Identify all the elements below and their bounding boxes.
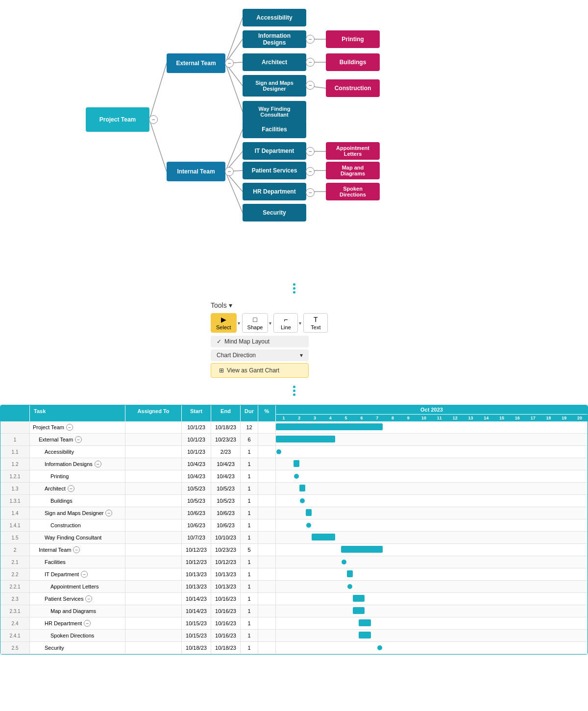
dur-cell: 1: [241, 642, 258, 654]
row-number: 2.4.1: [0, 630, 30, 641]
gantt-day-16: 16: [510, 415, 525, 421]
bar-container: [306, 509, 312, 516]
bar-container: [312, 533, 335, 541]
gantt-bar: [312, 534, 335, 540]
node-accessibility[interactable]: Accessibility: [243, 9, 306, 26]
collapse-info[interactable]: −: [306, 35, 315, 44]
gantt-row: 1.2Information Designs−10/4/2310/4/231: [0, 458, 588, 470]
text-tool[interactable]: T Text: [303, 313, 328, 333]
collapse-btn[interactable]: −: [66, 424, 73, 431]
collapse-btn[interactable]: −: [85, 595, 92, 602]
task-cell: External Team−: [30, 434, 125, 445]
collapse-project[interactable]: −: [149, 115, 158, 124]
gantt-bar: [299, 485, 305, 491]
end-cell: 2/23: [211, 446, 241, 458]
chart-cell: [276, 458, 588, 470]
pct-cell: [258, 544, 276, 556]
view-gantt-button[interactable]: ⊞ View as Gantt Chart: [211, 363, 309, 378]
dur-cell: 1: [241, 568, 258, 580]
shape-tool[interactable]: □ Shape: [242, 313, 269, 333]
svg-line-7: [225, 129, 243, 172]
end-cell: 10/16/23: [211, 630, 241, 641]
gantt-row: 1.3Architect−10/5/2310/5/231: [0, 483, 588, 495]
end-cell: 10/4/23: [211, 470, 241, 482]
gantt-header-task: Task: [30, 405, 125, 421]
chart-direction-option[interactable]: Chart Direction ▾: [211, 349, 309, 361]
svg-line-11: [225, 172, 243, 213]
assigned-cell: [125, 568, 182, 580]
end-cell: 10/23/23: [211, 434, 241, 445]
node-project-team[interactable]: Project Team: [86, 107, 149, 132]
collapse-hr[interactable]: −: [306, 188, 315, 197]
start-cell: 10/1/23: [182, 446, 211, 458]
end-cell: 10/13/23: [211, 568, 241, 580]
node-info-designs[interactable]: Information Designs: [243, 30, 306, 48]
row-number: 1: [0, 434, 30, 445]
node-sign-maps[interactable]: Sign and Maps Designer: [243, 75, 306, 97]
start-cell: 10/13/23: [182, 581, 211, 592]
node-printing[interactable]: Printing: [326, 30, 380, 48]
collapse-internal[interactable]: −: [225, 167, 234, 176]
assigned-cell: [125, 507, 182, 519]
collapse-btn[interactable]: −: [73, 546, 80, 553]
bar-container: [276, 435, 335, 443]
collapse-btn[interactable]: −: [105, 510, 112, 516]
node-security[interactable]: Security: [243, 204, 306, 221]
collapse-patient[interactable]: −: [306, 167, 315, 176]
assigned-cell: [125, 483, 182, 494]
assigned-cell: [125, 581, 182, 592]
task-cell: Way Finding Consultant: [30, 532, 125, 543]
collapse-external[interactable]: −: [225, 59, 234, 68]
row-number: 2.3.1: [0, 605, 30, 617]
tools-panel: Tools ▾ ▶ Select ▾ □ Shape ▾ ⌐ Line ▾ T: [0, 297, 588, 382]
node-external-team[interactable]: External Team: [167, 53, 225, 73]
gantt-row: 2Internal Team−10/12/2310/23/235: [0, 544, 588, 556]
assigned-cell: [125, 556, 182, 568]
collapse-btn[interactable]: −: [75, 436, 82, 443]
node-map-diagrams[interactable]: Map and Diagrams: [326, 162, 380, 179]
milestone-dot: [377, 645, 382, 650]
start-cell: 10/5/23: [182, 483, 211, 494]
dur-cell: 1: [241, 556, 258, 568]
task-cell: Information Designs−: [30, 458, 125, 470]
node-hr[interactable]: HR Department: [243, 183, 306, 200]
node-patient[interactable]: Patient Services: [243, 162, 306, 179]
milestone-dot: [347, 584, 352, 589]
end-cell: 10/13/23: [211, 581, 241, 592]
collapse-btn[interactable]: −: [95, 461, 101, 467]
collapse-sign[interactable]: −: [306, 81, 315, 90]
row-number: 2.3: [0, 593, 30, 605]
dur-cell: 1: [241, 630, 258, 641]
gantt-day-11: 11: [432, 415, 447, 421]
gantt-header-assigned: Assigned To: [125, 405, 182, 421]
collapse-btn[interactable]: −: [81, 571, 88, 578]
task-cell: Printing: [30, 470, 125, 482]
node-internal-team[interactable]: Internal Team: [167, 162, 225, 181]
node-architect[interactable]: Architect: [243, 53, 306, 71]
row-number: 2.1: [0, 556, 30, 568]
collapse-it[interactable]: −: [306, 147, 315, 156]
mind-map-layout-option[interactable]: ✓ Mind Map Layout: [211, 336, 309, 347]
pct-cell: [258, 532, 276, 543]
line-tool[interactable]: ⌐ Line: [273, 313, 298, 333]
gantt-row: 2.2IT Department−10/13/2310/13/231: [0, 568, 588, 581]
collapse-btn[interactable]: −: [84, 620, 91, 627]
node-it-dept[interactable]: IT Department: [243, 142, 306, 160]
node-construction[interactable]: Construction: [326, 79, 380, 97]
collapse-architect[interactable]: −: [306, 58, 315, 67]
gantt-bar: [359, 632, 370, 638]
node-appt-letters[interactable]: Appointment Letters: [326, 142, 380, 160]
node-wayfinding[interactable]: Way Finding Consultant: [243, 101, 306, 123]
collapse-btn[interactable]: −: [68, 485, 74, 492]
start-cell: 10/12/23: [182, 556, 211, 568]
milestone-dot: [276, 449, 281, 454]
select-tool[interactable]: ▶ Select: [211, 313, 237, 333]
start-cell: 10/15/23: [182, 617, 211, 629]
node-facilities[interactable]: Facilities: [243, 121, 306, 138]
node-spoken[interactable]: Spoken Directions: [326, 183, 380, 200]
assigned-cell: [125, 495, 182, 507]
dur-cell: 1: [241, 532, 258, 543]
node-buildings[interactable]: Buildings: [326, 53, 380, 71]
gantt-chart: Task Assigned To Start End Dur % Oct 202…: [0, 405, 588, 655]
gantt-row: 1.2.1Printing10/4/2310/4/231: [0, 470, 588, 483]
